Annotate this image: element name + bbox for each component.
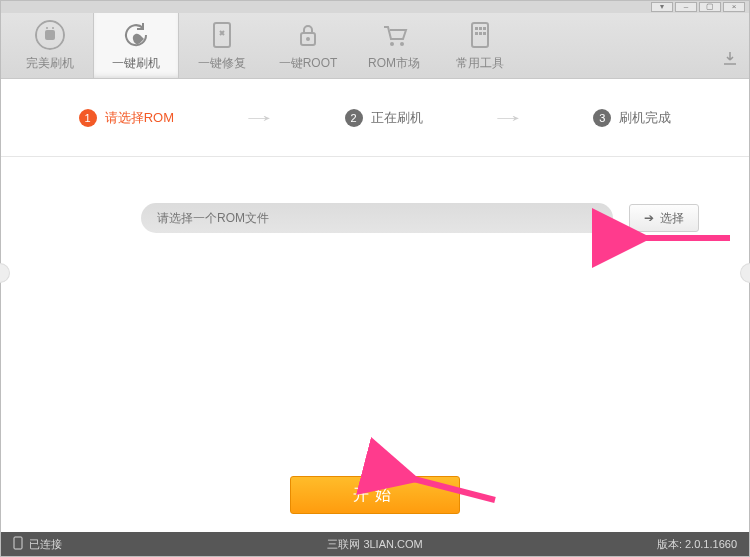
svg-rect-12 [479, 27, 482, 30]
arrow-right-icon: ➔ [644, 211, 654, 225]
svg-rect-17 [14, 537, 22, 549]
arrow-icon: → [490, 106, 526, 129]
maximize-button[interactable]: ▢ [699, 2, 721, 12]
phone-icon [13, 536, 23, 552]
svg-rect-13 [483, 27, 486, 30]
settings-dropdown-button[interactable]: ▾ [651, 2, 673, 12]
version-text: 版本: 2.0.1.1660 [657, 537, 737, 552]
step-select-rom: 1 请选择ROM [79, 109, 174, 127]
svg-point-3 [46, 27, 48, 29]
main-panel: ➔ 选择 开始 [1, 157, 749, 532]
svg-rect-15 [479, 32, 482, 35]
svg-rect-5 [214, 23, 230, 47]
svg-point-4 [52, 27, 54, 29]
step-badge: 2 [345, 109, 363, 127]
main-toolbar: 完美刷机 一键刷机 一键修复 一键ROOT ROM市场 [1, 13, 749, 79]
toolbar-label: ROM市场 [368, 55, 420, 72]
toolbar-label: 一键ROOT [279, 55, 338, 72]
lock-touch-icon [291, 19, 325, 51]
content-area: 1 请选择ROM → 2 正在刷机 → 3 刷机完成 ➔ 选择 [1, 79, 749, 532]
select-button-label: 选择 [660, 210, 684, 227]
android-circle-icon [33, 19, 67, 51]
step-done: 3 刷机完成 [593, 109, 671, 127]
toolbar-item-rom-market[interactable]: ROM市场 [351, 13, 437, 78]
window-titlebar: ▾ – ▢ × [1, 1, 749, 13]
refresh-touch-icon [119, 19, 153, 51]
step-label: 请选择ROM [105, 109, 174, 127]
svg-point-8 [390, 42, 394, 46]
phone-wrench-icon [205, 19, 239, 51]
svg-rect-14 [475, 32, 478, 35]
step-flashing: 2 正在刷机 [345, 109, 423, 127]
select-rom-button[interactable]: ➔ 选择 [629, 204, 699, 232]
toolbar-item-perfect-flash[interactable]: 完美刷机 [7, 13, 93, 78]
svg-rect-11 [475, 27, 478, 30]
toolbar-label: 完美刷机 [26, 55, 74, 72]
start-button[interactable]: 开始 [290, 476, 460, 514]
toolbar-item-one-key-root[interactable]: 一键ROOT [265, 13, 351, 78]
toolbar-label: 常用工具 [456, 55, 504, 72]
svg-rect-16 [483, 32, 486, 35]
step-label: 刷机完成 [619, 109, 671, 127]
close-button[interactable]: × [723, 2, 745, 12]
toolbar-item-one-key-repair[interactable]: 一键修复 [179, 13, 265, 78]
watermark-text: 三联网 3LIAN.COM [327, 537, 422, 552]
svg-rect-2 [45, 30, 55, 40]
svg-point-9 [400, 42, 404, 46]
step-badge: 1 [79, 109, 97, 127]
ticket-notch [0, 263, 10, 283]
download-icon[interactable] [721, 50, 739, 72]
cart-icon [377, 19, 411, 51]
step-badge: 3 [593, 109, 611, 127]
toolbar-item-one-key-flash[interactable]: 一键刷机 [93, 13, 179, 78]
step-label: 正在刷机 [371, 109, 423, 127]
ticket-notch [740, 263, 750, 283]
minimize-button[interactable]: – [675, 2, 697, 12]
svg-point-7 [306, 37, 310, 41]
toolbar-item-common-tools[interactable]: 常用工具 [437, 13, 523, 78]
connection-status: 已连接 [29, 537, 62, 552]
rom-picker-row: ➔ 选择 [141, 203, 699, 233]
progress-steps: 1 请选择ROM → 2 正在刷机 → 3 刷机完成 [1, 79, 749, 157]
status-bar: 已连接 三联网 3LIAN.COM 版本: 2.0.1.1660 [1, 532, 749, 556]
phone-grid-icon [463, 19, 497, 51]
toolbar-label: 一键刷机 [112, 55, 160, 72]
rom-file-input[interactable] [141, 203, 613, 233]
toolbar-label: 一键修复 [198, 55, 246, 72]
app-window: ▾ – ▢ × 完美刷机 一键刷机 一键修复 一键ROOT [0, 0, 750, 557]
arrow-icon: → [241, 106, 277, 129]
